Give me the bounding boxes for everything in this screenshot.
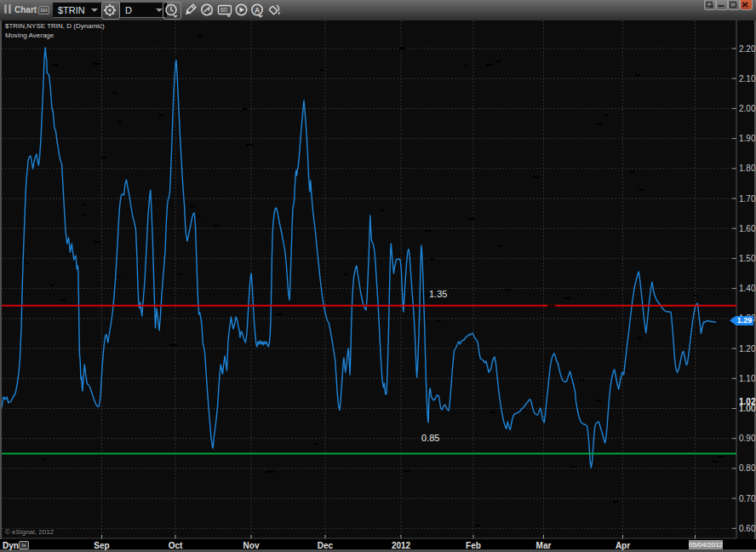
svg-text:A: A [255, 6, 260, 14]
svg-text:60: 60 [220, 7, 227, 13]
